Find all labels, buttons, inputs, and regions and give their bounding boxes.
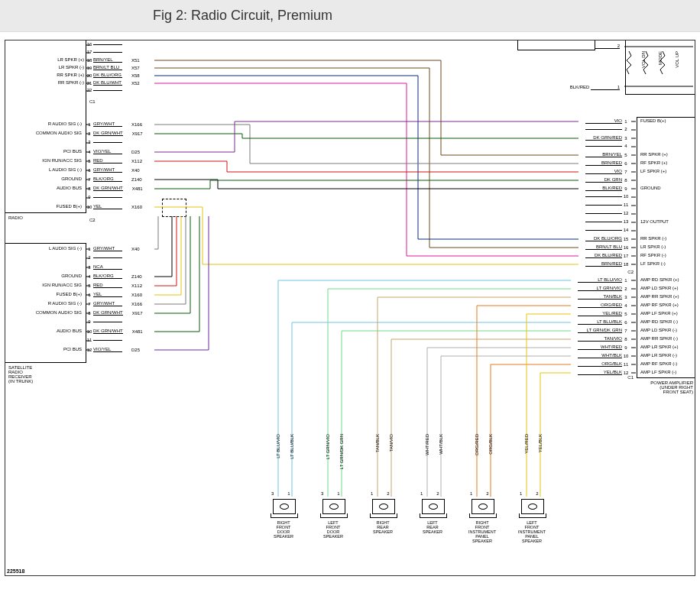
radio-c2-lbl: AUDIO BUS bbox=[8, 186, 82, 190]
sat-pin: 2 bbox=[86, 255, 131, 260]
sat-pin: 7GRY/WHTX166 bbox=[86, 301, 142, 306]
image-number: 225518 bbox=[7, 568, 24, 574]
amp-c1-pin: AMP RD SPKR (-) bbox=[639, 319, 679, 324]
amp-c1-wire: ORG/RED4 bbox=[575, 303, 630, 308]
switch-wire-bot: BLK/RED 1 bbox=[570, 85, 620, 90]
amp-c2-wire: 4 bbox=[582, 144, 630, 148]
radio-c1-pin: 19BRN/LT BLUX57 bbox=[86, 65, 140, 70]
speaker-label: LEFTREARSPEAKER bbox=[416, 520, 449, 534]
amp-c1-wire: YEL/BLK12 bbox=[575, 370, 630, 375]
speaker-wire-label: TAN/BLK bbox=[375, 434, 380, 453]
sat-lbl: IGN RUN/ACC SIG bbox=[8, 283, 82, 287]
amp-c1-wire: LT GRN/VIO2 bbox=[575, 286, 630, 291]
amp-c1-wire: WHT/BLK10 bbox=[575, 353, 630, 358]
radio-c1-pin: 18BRN/YELX51 bbox=[86, 57, 140, 63]
c2-label: C2 bbox=[89, 218, 96, 222]
amp-c1-wire: LT BLU/BLK6 bbox=[575, 319, 630, 325]
page-title: Fig 2: Radio Circuit, Premium bbox=[153, 8, 700, 24]
radio-c2-pin: 7BLK/ORGZ140 bbox=[86, 176, 142, 182]
amp-c1-pin: AMP RD SPKR (+) bbox=[639, 277, 680, 282]
radio-c2-lbl: IGN RUN/ACC SIG bbox=[8, 158, 82, 163]
speaker-pins: 31 bbox=[321, 491, 340, 496]
amp-c2-wire: 10 bbox=[582, 194, 630, 199]
amp-c1-pin: AMP RF SPKR (+) bbox=[639, 303, 680, 307]
radio-label: RADIO bbox=[8, 215, 23, 220]
amp-c2-pin: LR SPKR (-) bbox=[639, 244, 667, 249]
radio-c1-pin: 16 bbox=[86, 42, 131, 47]
speaker-pins: 31 bbox=[271, 491, 290, 496]
speaker-pins: 12 bbox=[420, 491, 439, 496]
sat-pin: 6YELX160 bbox=[86, 292, 142, 297]
amp-c2-wire: BRN/RED6 bbox=[582, 160, 630, 166]
radio-c2-pin: 2DK GRN/WHTX917 bbox=[86, 131, 143, 136]
amp-c1-wire: WHT/RED9 bbox=[575, 345, 630, 350]
sat-lbl: COMMON AUDIO SIG bbox=[8, 310, 82, 315]
sat-lbl: R AUDIO SIG (-) bbox=[8, 301, 82, 306]
amp-c1-wire: ORG/BLK11 bbox=[575, 361, 630, 367]
amp-c1-wire: YEL/RED5 bbox=[575, 311, 630, 316]
radio-c2-lbl: R AUDIO SIG (-) bbox=[8, 121, 82, 126]
radio-c2-pin: 8DK GRN/WHTX481 bbox=[86, 186, 143, 191]
amp-label: POWER AMPLIFIER (UNDER RIGHT FRONT SEAT) bbox=[650, 380, 693, 394]
amp-c2-wire: BLK/RED9 bbox=[582, 186, 630, 191]
radio-c2-lbl: PCI BUS bbox=[8, 149, 82, 154]
radio-c2-lbl: COMMON AUDIO SIG bbox=[8, 131, 82, 135]
speaker-label: LEFTFRONTINSTRUMENTPANELSPEAKER bbox=[515, 520, 549, 543]
amp-c2-wire: DK BLU/RED17 bbox=[582, 253, 630, 258]
amp-c1-wire: LT BLU/VIO1 bbox=[575, 277, 630, 283]
amp-c2-wire: BRN/RED18 bbox=[582, 261, 630, 267]
speaker-pins: 12 bbox=[371, 491, 390, 496]
diagram-container: RADIO 161718BRN/YELX5119BRN/LT BLUX5720D… bbox=[5, 40, 695, 576]
amp-c2-wire: 2 bbox=[582, 127, 630, 131]
amp-c1-pin: AMP LF SPKR (-) bbox=[639, 370, 678, 374]
speaker-label: LEFTFRONTDOORSPEAKER bbox=[316, 520, 350, 539]
amp-c2-pin: LF SPKR (-) bbox=[639, 261, 667, 266]
amp-c2-pin: RR SPKR (+) bbox=[639, 152, 669, 157]
speaker-wire-label: WHT/BLK bbox=[439, 434, 443, 455]
amp-c2-pin: FUSED B(+) bbox=[639, 118, 668, 123]
amp-c2-pin: 12V OUTPUT bbox=[639, 219, 670, 224]
radio-c2-lbl: GROUND bbox=[8, 176, 82, 181]
radio-c2-pin: 10YELX160 bbox=[86, 204, 142, 209]
sat-lbl: PCI BUS bbox=[8, 347, 82, 351]
sat-pin: 11 bbox=[86, 338, 131, 342]
speaker-wire-label: ORG/BLK bbox=[488, 434, 493, 455]
page-header: Fig 2: Radio Circuit, Premium bbox=[0, 0, 700, 32]
speaker-label: RIGHTREARSPEAKER bbox=[366, 520, 400, 534]
amp-c2-label: C2 bbox=[627, 270, 634, 274]
amp-c1-pin: AMP LD SPKR (-) bbox=[639, 328, 679, 332]
sat-lbl: FUSED B(+) bbox=[8, 292, 82, 296]
radio-c1-pin: 22 bbox=[86, 88, 131, 92]
sat-pin: 1GRY/WHTX40 bbox=[86, 246, 140, 251]
speaker-wire-label: ORG/RED bbox=[475, 434, 479, 455]
amp-c2-wire: 14 bbox=[582, 228, 630, 232]
amp-c2-pin: RR SPKR (-) bbox=[639, 236, 668, 241]
speaker-wire-label: YEL/BLK bbox=[538, 434, 543, 452]
sat-lbl: GROUND bbox=[8, 274, 82, 278]
sat-lbl: L AUDIO SIG (-) bbox=[8, 246, 82, 251]
speaker-wire-label: YEL/RED bbox=[524, 434, 529, 454]
radio-c1-lbl: LR SPKR (+) bbox=[57, 57, 84, 62]
sat-pin: 4BLK/ORGZ140 bbox=[86, 274, 142, 279]
amp-c1-pin: AMP RR SPKR (-) bbox=[639, 336, 679, 341]
sat-pin: 5REDX112 bbox=[86, 283, 142, 288]
speaker-pins: 12 bbox=[470, 491, 489, 496]
amp-c1-pin: AMP LD SPKR (+) bbox=[639, 286, 679, 290]
amp-c2-wire: BRN/YEL5 bbox=[582, 152, 630, 157]
radio-c2-pin: 3 bbox=[86, 140, 131, 144]
radio-c1-pin: 21DK BLU/WHTX52 bbox=[86, 80, 140, 86]
radio-c2-pin: 6GRY/WHTX40 bbox=[86, 167, 140, 173]
amp-c2-pin: RF SPKR (+) bbox=[639, 160, 669, 165]
sat-pin: 12VIO/YELD25 bbox=[86, 347, 140, 352]
radio-c1-pin: 17 bbox=[86, 50, 131, 54]
partial-box bbox=[517, 40, 595, 50]
switch-knob: MODE bbox=[658, 51, 663, 65]
speaker-icon bbox=[521, 499, 544, 514]
speaker-pins: 12 bbox=[520, 491, 539, 496]
speaker: LEFTREARSPEAKER bbox=[422, 499, 449, 534]
speaker: LEFTFRONTINSTRUMENTPANELSPEAKER bbox=[521, 499, 549, 543]
speaker-wire-label: LT GRN/DK GRN bbox=[339, 434, 344, 469]
amp-c1-pin: AMP LR SPKR (-) bbox=[639, 353, 679, 358]
amp-c2-wire: BRN/LT BLU16 bbox=[582, 244, 630, 250]
amp-c1-pin: AMP LR SPKR (+) bbox=[639, 345, 679, 349]
